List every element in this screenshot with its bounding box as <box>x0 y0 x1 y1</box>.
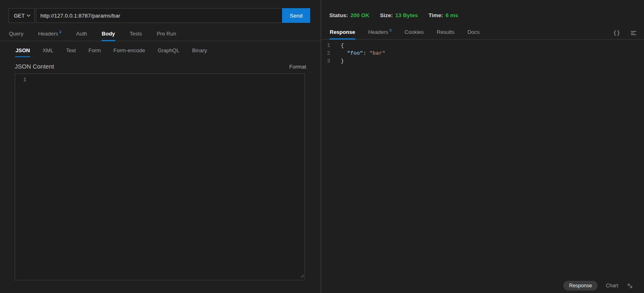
method-select[interactable]: GET <box>9 8 35 23</box>
body-tab-form[interactable]: Form <box>88 47 101 57</box>
request-panel: GET Send Query Headers2 Auth Body Tests … <box>0 0 321 293</box>
tab-pre-run[interactable]: Pre Run <box>156 27 176 41</box>
time-group: Time: 6 ms <box>428 12 458 18</box>
line-number: 3 <box>321 57 330 65</box>
json-content-header: JSON Content Format <box>15 63 306 70</box>
tab-docs[interactable]: Docs <box>467 26 480 39</box>
editor-line-number: 1 <box>23 77 26 83</box>
code-line: 1 { <box>321 42 644 49</box>
braces-icon[interactable]: {} <box>613 30 620 36</box>
send-button[interactable]: Send <box>282 8 310 23</box>
size-group: Size: 13 Bytes <box>380 12 418 18</box>
code-line: 2 "foo": "bar" <box>321 49 644 57</box>
method-select-value: GET <box>14 13 25 19</box>
size-value: 13 Bytes <box>395 12 418 18</box>
tab-tests[interactable]: Tests <box>129 27 142 41</box>
menu-icon[interactable] <box>630 31 637 36</box>
response-toolbar-icons: {} <box>613 30 644 39</box>
body-tab-text[interactable]: Text <box>66 47 76 57</box>
url-input[interactable] <box>36 8 282 23</box>
tab-auth[interactable]: Auth <box>76 27 88 41</box>
json-body-editor[interactable]: 1 <box>15 73 305 280</box>
tab-query[interactable]: Query <box>9 27 24 41</box>
body-tab-json[interactable]: JSON <box>15 47 30 57</box>
colon-token: : <box>363 50 370 56</box>
footer-chart-toggle[interactable]: Chart <box>606 283 618 289</box>
status-label: Status: <box>329 12 348 18</box>
resp-headers-count-badge: 3 <box>389 28 391 32</box>
code-line: 3 } <box>321 57 644 65</box>
tab-response[interactable]: Response <box>329 26 355 39</box>
tab-headers[interactable]: Headers2 <box>37 27 62 41</box>
json-value-token: "bar" <box>369 50 385 56</box>
format-link[interactable]: Format <box>289 64 306 70</box>
tab-resp-headers[interactable]: Headers3 <box>368 25 392 39</box>
close-brace-token: } <box>341 58 344 64</box>
request-bar: GET Send <box>9 8 310 23</box>
response-panel: Status: 200 OK Size: 13 Bytes Time: 6 ms… <box>321 0 644 293</box>
response-body-viewer[interactable]: 1 { 2 "foo": "bar" 3 } <box>321 40 644 65</box>
tab-resp-headers-label: Headers <box>368 29 388 35</box>
status-group: Status: 200 OK <box>329 12 369 18</box>
size-label: Size: <box>380 12 393 18</box>
tab-headers-label: Headers <box>38 31 58 37</box>
open-brace-token: { <box>341 42 344 49</box>
tab-results[interactable]: Results <box>437 26 455 39</box>
line-number: 1 <box>321 42 330 49</box>
resize-handle-icon[interactable] <box>299 272 304 280</box>
tab-body[interactable]: Body <box>101 27 116 41</box>
json-content-label: JSON Content <box>15 63 54 70</box>
request-tabs: Query Headers2 Auth Body Tests Pre Run <box>0 27 321 41</box>
tab-cookies[interactable]: Cookies <box>404 26 424 39</box>
json-key-token: "foo" <box>347 50 363 56</box>
footer-response-toggle[interactable]: Response <box>563 281 598 291</box>
body-tab-form-encode[interactable]: Form-encode <box>113 47 145 57</box>
response-footer-toggles: Response Chart <box>563 281 633 291</box>
time-label: Time: <box>428 12 443 18</box>
body-tab-binary[interactable]: Binary <box>192 47 207 57</box>
chevron-down-icon <box>26 14 31 17</box>
body-tab-xml[interactable]: XML <box>42 47 54 57</box>
line-number: 2 <box>321 49 330 57</box>
response-tabs: Response Headers3 Cookies Results Docs {… <box>321 25 644 40</box>
status-value: 200 OK <box>351 12 370 18</box>
headers-count-badge: 2 <box>60 29 62 34</box>
time-value: 6 ms <box>446 12 458 18</box>
body-tab-graphql[interactable]: GraphQL <box>157 47 180 57</box>
response-status-bar: Status: 200 OK Size: 13 Bytes Time: 6 ms <box>321 0 644 18</box>
indent-token <box>341 50 347 56</box>
expand-diagonal-icon[interactable] <box>626 282 633 289</box>
body-type-tabs: JSON XML Text Form Form-encode GraphQL B… <box>0 41 321 57</box>
